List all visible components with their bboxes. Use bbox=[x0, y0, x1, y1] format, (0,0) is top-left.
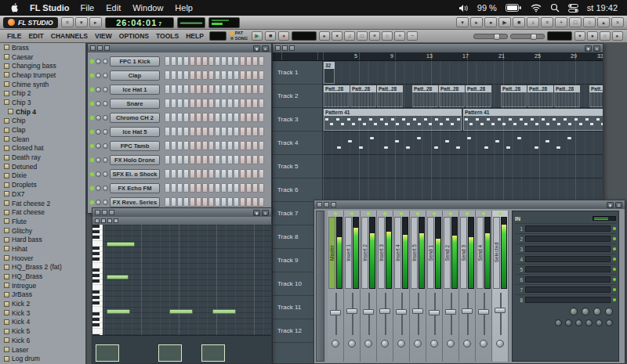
step-cell[interactable] bbox=[202, 56, 208, 66]
strip-pan-knob[interactable] bbox=[348, 340, 356, 348]
routing-knob[interactable] bbox=[606, 319, 613, 326]
step-cell[interactable] bbox=[227, 127, 233, 136]
playlist-clip-pattern28[interactable]: Patt..28 bbox=[324, 85, 350, 107]
fx-slot-well[interactable] bbox=[525, 246, 611, 252]
channel-pan-knob[interactable] bbox=[96, 143, 101, 149]
browser-item[interactable]: JrBass bbox=[0, 290, 85, 300]
window-minimize-button[interactable]: ▾ bbox=[585, 45, 592, 52]
step-cell[interactable] bbox=[183, 169, 189, 178]
window-menu-icon[interactable] bbox=[90, 45, 96, 51]
step-cell[interactable] bbox=[177, 85, 183, 94]
strip-fader-thumb[interactable] bbox=[478, 309, 489, 315]
routing-knob[interactable] bbox=[585, 319, 593, 326]
step-cell[interactable] bbox=[202, 113, 208, 122]
step-cell[interactable] bbox=[165, 113, 170, 122]
channel-button-sfx-el-o-shock[interactable]: SFX El. o Shock bbox=[110, 169, 160, 179]
channel-pan-knob[interactable] bbox=[96, 129, 101, 135]
eq-knob[interactable] bbox=[582, 308, 589, 315]
channel-button-ice-hat-1[interactable]: Ice Hat 1 bbox=[110, 85, 160, 95]
step-cell[interactable] bbox=[259, 155, 264, 164]
browser-item[interactable]: Fat cheese 2 bbox=[0, 199, 85, 208]
window-minimize-button[interactable]: ▾ bbox=[253, 45, 260, 52]
step-cell[interactable] bbox=[190, 85, 195, 94]
help-hint-button[interactable]: ▾ bbox=[574, 31, 585, 41]
channel-mute-led[interactable] bbox=[90, 116, 94, 120]
routing-knob[interactable] bbox=[575, 319, 582, 326]
fx-slot-led[interactable] bbox=[613, 278, 616, 281]
step-cell[interactable] bbox=[165, 169, 170, 178]
velocity-bar[interactable] bbox=[96, 344, 119, 362]
browser-item[interactable]: Dixie bbox=[0, 171, 85, 181]
strip-fader-thumb[interactable] bbox=[429, 310, 440, 315]
step-cell[interactable] bbox=[171, 197, 176, 207]
browser-item[interactable]: Flute bbox=[0, 217, 85, 226]
step-cell[interactable] bbox=[215, 169, 220, 178]
step-cell[interactable] bbox=[227, 155, 233, 164]
fx-slot-well[interactable] bbox=[525, 276, 611, 283]
step-cell[interactable] bbox=[208, 127, 214, 136]
step-cell[interactable] bbox=[234, 113, 239, 122]
step-cell[interactable] bbox=[196, 70, 201, 80]
step-cell[interactable] bbox=[240, 85, 245, 94]
channel-mute-led[interactable] bbox=[90, 59, 94, 63]
step-cell[interactable] bbox=[165, 70, 170, 80]
fx-slot-well[interactable] bbox=[525, 236, 611, 242]
song-mode[interactable]: SONG bbox=[230, 37, 248, 41]
step-cell[interactable] bbox=[259, 169, 264, 178]
step-cell[interactable] bbox=[227, 113, 233, 122]
step-cell[interactable] bbox=[227, 141, 233, 150]
step-cell[interactable] bbox=[221, 169, 227, 178]
browser-item[interactable]: Cheap trumpet bbox=[0, 70, 85, 80]
track-name[interactable]: Track 5 bbox=[273, 155, 322, 178]
step-cell[interactable] bbox=[177, 183, 183, 193]
tempo-display[interactable] bbox=[292, 31, 317, 41]
fx-slot-1[interactable]: 1 bbox=[515, 223, 616, 233]
channel-volume-knob[interactable] bbox=[103, 59, 108, 64]
menubar-clock[interactable]: st 19:42 bbox=[587, 3, 618, 13]
menubar-item-edit[interactable]: Edit bbox=[106, 3, 121, 13]
pattern-picker-button[interactable]: ♫ bbox=[344, 31, 355, 41]
step-cell[interactable] bbox=[215, 99, 220, 108]
channel-button-fx-holo-drone[interactable]: FX Holo Drone bbox=[110, 155, 160, 165]
step-cell[interactable] bbox=[208, 85, 214, 94]
fx-slot-3[interactable]: 3 bbox=[515, 243, 616, 254]
strip-pan-knob[interactable] bbox=[381, 340, 389, 348]
step-cell[interactable] bbox=[196, 99, 201, 108]
step-cell[interactable] bbox=[196, 155, 201, 164]
window-close-button[interactable]: × bbox=[615, 202, 622, 208]
step-cell[interactable] bbox=[240, 56, 245, 66]
step-cell[interactable] bbox=[171, 85, 176, 94]
step-cell[interactable] bbox=[165, 197, 170, 207]
strip-fader-thumb[interactable] bbox=[379, 308, 390, 314]
strip-mute-led[interactable] bbox=[350, 212, 353, 215]
step-cell[interactable] bbox=[171, 141, 176, 150]
step-cell[interactable] bbox=[246, 85, 252, 94]
step-cell[interactable] bbox=[259, 197, 264, 207]
step-cell[interactable] bbox=[259, 99, 264, 108]
step-cell[interactable] bbox=[177, 99, 183, 108]
strip-fader[interactable] bbox=[344, 291, 360, 337]
step-cell[interactable] bbox=[234, 56, 239, 66]
record-button[interactable]: ● bbox=[278, 31, 289, 41]
step-cell[interactable] bbox=[246, 127, 252, 136]
step-cell[interactable] bbox=[190, 127, 195, 136]
step-cell[interactable] bbox=[221, 99, 227, 108]
step-cell[interactable] bbox=[252, 70, 258, 80]
step-cell[interactable] bbox=[196, 113, 201, 122]
step-cell[interactable] bbox=[252, 56, 258, 66]
step-cell[interactable] bbox=[227, 99, 233, 108]
pat-mode[interactable]: PAT bbox=[230, 31, 248, 36]
fl-menu-help[interactable]: HELP bbox=[183, 32, 207, 40]
browser-item[interactable]: Chip bbox=[0, 117, 85, 126]
piano-roll-titlebar[interactable]: ▾× bbox=[92, 208, 271, 217]
channel-volume-knob[interactable] bbox=[103, 186, 108, 191]
mixer-strip-insert-3[interactable]: Insert 3 bbox=[377, 211, 393, 362]
step-cell[interactable] bbox=[252, 127, 258, 136]
browser-item[interactable]: Kick 4 bbox=[0, 318, 85, 327]
record-arm-button[interactable]: ● bbox=[484, 17, 497, 27]
step-cell[interactable] bbox=[171, 155, 176, 164]
browser-item[interactable]: Changing bass bbox=[0, 61, 85, 70]
fx-slot-7[interactable]: 7 bbox=[515, 284, 616, 294]
fx-slot-led[interactable] bbox=[613, 247, 616, 250]
step-cell[interactable] bbox=[252, 113, 258, 122]
